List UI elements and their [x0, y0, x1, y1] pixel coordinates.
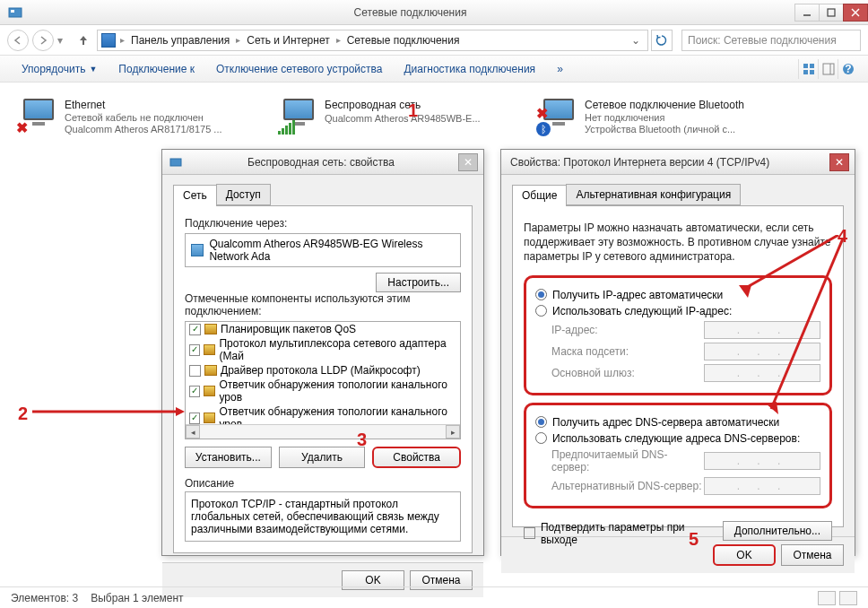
search-input[interactable]: Поиск: Сетевые подключения — [681, 30, 861, 51]
svg-rect-7 — [810, 64, 814, 68]
scroll-right-button[interactable]: ▸ — [446, 425, 460, 439]
svg-rect-6 — [803, 64, 808, 68]
radio-button[interactable] — [535, 289, 547, 300]
ip-input[interactable]: . . . — [704, 321, 820, 339]
info-text: Параметры IP можно назначать автоматичес… — [524, 221, 832, 265]
chevron-right-icon: ▸ — [117, 35, 127, 45]
properties-button[interactable]: Свойства — [372, 447, 461, 468]
connect-via-label: Подключение через: — [185, 217, 461, 230]
connection-name: Сетевое подключение Bluetooth — [585, 99, 744, 111]
checkbox[interactable] — [189, 386, 200, 397]
tab-general[interactable]: Общие — [512, 185, 567, 206]
component-item[interactable]: Драйвер протокола LLDP (Майкрософт) — [186, 363, 460, 378]
component-icon — [204, 413, 215, 423]
connection-name: Ethernet — [65, 99, 222, 111]
dialog-titlebar[interactable]: Свойства: Протокол Интернета версии 4 (T… — [501, 150, 855, 175]
breadcrumb-dropdown[interactable]: ⌄ — [628, 34, 644, 47]
tab-network[interactable]: Сеть — [173, 185, 217, 206]
dns-pref-input[interactable]: . . . — [704, 452, 820, 470]
view-icon[interactable] — [798, 59, 818, 79]
dialog-close-button[interactable]: ✕ — [829, 153, 849, 171]
status-count: Элементов: 3 — [11, 592, 78, 604]
close-button[interactable] — [843, 4, 868, 22]
diagnose-menu[interactable]: Диагностика подключения — [393, 63, 546, 75]
svg-rect-9 — [810, 70, 814, 74]
dns-pref-label: Предпочитаемый DNS-сервер: — [535, 448, 704, 473]
component-item[interactable]: Ответчик обнаружения топологии канальног… — [186, 378, 460, 404]
radio-ip-auto[interactable]: Получить IP-адрес автоматически — [535, 289, 820, 301]
mask-label: Маска подсети: — [535, 345, 704, 358]
component-icon — [204, 386, 215, 396]
breadcrumb[interactable]: ▸ Панель управления ▸ Сеть и Интернет ▸ … — [97, 30, 648, 51]
dialog-titlebar[interactable]: Беспроводная сеть: свойства ✕ — [162, 150, 483, 175]
checkbox[interactable] — [189, 324, 201, 335]
breadcrumb-item[interactable]: Сетевые подключения — [345, 34, 462, 47]
up-button[interactable] — [74, 30, 93, 50]
checkbox[interactable] — [189, 344, 200, 356]
back-button[interactable] — [7, 30, 29, 51]
horizontal-scrollbar[interactable]: ◂▸ — [186, 424, 460, 439]
component-item[interactable]: Протокол мультиплексора сетевого адаптер… — [186, 336, 460, 363]
gateway-input[interactable]: . . . — [704, 364, 820, 382]
ok-button[interactable]: OK — [713, 544, 776, 566]
scroll-left-button[interactable]: ◂ — [186, 425, 200, 439]
help-icon[interactable]: ? — [838, 59, 857, 79]
component-icon — [204, 324, 217, 334]
component-item[interactable]: Планировщик пакетов QoS — [186, 322, 460, 336]
configure-button[interactable]: Настроить... — [376, 273, 461, 292]
dns-alt-label: Альтернативный DNS-сервер: — [535, 480, 704, 492]
more-menu[interactable]: » — [546, 63, 574, 75]
wifi-icon — [278, 99, 319, 135]
network-icon — [168, 154, 184, 170]
status-selected: Выбран 1 элемент — [91, 592, 183, 604]
connection-device: Устройства Bluetooth (личной с... — [585, 124, 744, 135]
minimize-button[interactable] — [794, 4, 820, 22]
install-button[interactable]: Установить... — [185, 447, 272, 468]
tab-alternate[interactable]: Альтернативная конфигурация — [566, 184, 741, 205]
advanced-button[interactable]: Дополнительно... — [723, 521, 832, 541]
tab-access[interactable]: Доступ — [216, 184, 271, 205]
radio-button[interactable] — [535, 305, 547, 317]
radio-ip-manual[interactable]: Использовать следующий IP-адрес: — [535, 305, 820, 317]
radio-dns-auto[interactable]: Получить адрес DNS-сервера автоматически — [535, 416, 820, 429]
svg-rect-1 — [11, 10, 14, 13]
tiles-view-button[interactable] — [839, 591, 857, 605]
checkbox[interactable] — [189, 413, 200, 424]
statusbar: Элементов: 3 Выбран 1 элемент — [0, 586, 868, 608]
organize-menu[interactable]: Упорядочить▼ — [11, 63, 108, 75]
wireless-properties-dialog: Беспроводная сеть: свойства ✕ Сеть Досту… — [161, 149, 484, 556]
disable-device-menu[interactable]: Отключение сетевого устройства — [205, 63, 393, 75]
cancel-button[interactable]: Отмена — [781, 544, 844, 566]
components-list[interactable]: Планировщик пакетов QoS Протокол мультип… — [185, 321, 461, 439]
connection-ethernet[interactable]: ✖ Ethernet Сетевой кабель не подключен Q… — [18, 99, 251, 135]
confirm-checkbox[interactable] — [524, 527, 535, 539]
location-icon — [101, 33, 116, 48]
breadcrumb-item[interactable]: Сеть и Интернет — [245, 34, 331, 47]
dialog-close-button[interactable]: ✕ — [458, 153, 478, 171]
refresh-button[interactable] — [651, 30, 673, 51]
radio-button[interactable] — [535, 416, 547, 428]
window-icon — [5, 3, 25, 22]
ip-label: IP-адрес: — [535, 324, 704, 336]
component-icon — [204, 344, 215, 355]
mask-input[interactable]: . . . — [704, 343, 820, 360]
uninstall-button[interactable]: Удалить — [279, 447, 366, 468]
ipv4-properties-dialog: Свойства: Протокол Интернета версии 4 (T… — [500, 149, 855, 556]
connect-to-menu[interactable]: Подключение к — [108, 63, 205, 75]
component-icon — [204, 365, 217, 376]
connection-bluetooth[interactable]: ✖ ᛒ Сетевое подключение Bluetooth Нет по… — [538, 99, 771, 135]
connection-wifi[interactable]: Беспроводная сеть Qualcomm Atheros AR948… — [278, 99, 511, 135]
checkbox[interactable] — [189, 365, 201, 377]
ip-group: Получить IP-адрес автоматически Использо… — [524, 275, 832, 395]
dialog-title: Свойства: Протокол Интернета версии 4 (T… — [507, 156, 829, 169]
preview-pane-icon[interactable] — [818, 59, 838, 79]
radio-dns-manual[interactable]: Использовать следующие адреса DNS-сервер… — [535, 432, 820, 445]
details-view-button[interactable] — [818, 591, 836, 605]
radio-button[interactable] — [535, 432, 547, 444]
dns-alt-input[interactable]: . . . — [704, 477, 820, 495]
forward-button[interactable] — [32, 30, 54, 51]
maximize-button[interactable] — [819, 4, 844, 22]
breadcrumb-item[interactable]: Панель управления — [129, 34, 231, 47]
ethernet-icon: ✖ — [18, 99, 59, 135]
history-dropdown[interactable]: ▾ — [57, 34, 70, 47]
